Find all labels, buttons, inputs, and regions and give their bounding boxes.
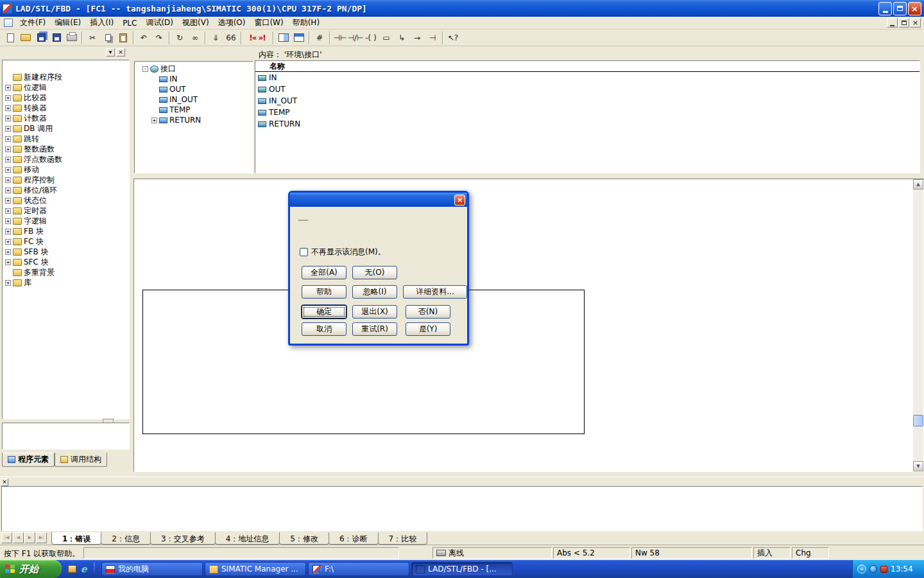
content-row[interactable]: TEMP bbox=[255, 107, 920, 118]
cut-icon[interactable]: ✂ bbox=[85, 31, 100, 45]
tab-scroll-right-button[interactable]: ▶ bbox=[24, 532, 35, 543]
interface-root[interactable]: - 接口 bbox=[135, 64, 253, 74]
sidebar-item[interactable]: 新建程序段 bbox=[3, 72, 129, 82]
new-icon[interactable] bbox=[3, 31, 18, 45]
expand-icon[interactable]: + bbox=[5, 198, 11, 204]
sidebar-item[interactable]: + 计数器 bbox=[3, 113, 129, 123]
taskbar-task[interactable]: SIMATIC Manager ... bbox=[205, 562, 306, 576]
expand-icon[interactable]: + bbox=[5, 167, 11, 173]
output-tab[interactable]: 3：交叉参考 bbox=[150, 532, 216, 545]
minimize-button[interactable] bbox=[878, 2, 892, 15]
sidebar-item[interactable]: + DB 调用 bbox=[3, 123, 129, 134]
menu-item[interactable]: 编辑(E) bbox=[50, 16, 85, 30]
none-button[interactable]: 无(O) bbox=[352, 266, 397, 279]
output-content[interactable] bbox=[1, 486, 923, 531]
expand-icon[interactable]: + bbox=[151, 118, 157, 123]
expand-icon[interactable]: + bbox=[5, 157, 11, 162]
vertical-scrollbar[interactable]: ▲ ▼ bbox=[913, 179, 923, 471]
interface-item[interactable]: IN_OUT bbox=[135, 94, 253, 105]
all-button[interactable]: 全部(A) bbox=[302, 266, 346, 279]
sidebar-item[interactable]: + FC 块 bbox=[3, 236, 129, 247]
paste-icon[interactable] bbox=[116, 31, 131, 45]
monitor-icon[interactable]: 66 bbox=[223, 31, 239, 45]
expand-icon[interactable]: + bbox=[5, 239, 11, 245]
tray-network-icon[interactable] bbox=[869, 565, 877, 573]
tab-scroll-last-button[interactable]: ▶| bbox=[36, 532, 47, 543]
print-icon[interactable] bbox=[64, 31, 80, 45]
expand-icon[interactable]: + bbox=[5, 229, 11, 234]
tray-collapse-icon[interactable]: « bbox=[857, 565, 866, 574]
scroll-down-button[interactable]: ▼ bbox=[913, 461, 923, 471]
tab-program-elements[interactable]: 程序元素 bbox=[2, 453, 55, 467]
start-button[interactable]: 开始 bbox=[0, 560, 62, 578]
close-button[interactable]: × bbox=[908, 2, 921, 15]
ignore-button[interactable]: 忽略(I) bbox=[352, 285, 397, 299]
output-close-button[interactable]: × bbox=[1, 478, 8, 486]
menu-item[interactable]: PLC bbox=[118, 17, 141, 29]
output-tab[interactable]: 4：地址信息 bbox=[215, 532, 280, 545]
expand-icon[interactable]: + bbox=[5, 136, 11, 142]
interface-item[interactable]: OUT bbox=[135, 84, 253, 94]
expand-icon[interactable]: + bbox=[5, 188, 11, 193]
yes-button[interactable]: 是(Y) bbox=[406, 322, 450, 336]
empty-box-icon[interactable]: ▭ bbox=[379, 31, 394, 45]
output-tab[interactable]: 5：修改 bbox=[279, 532, 329, 545]
menu-item[interactable]: 视图(V) bbox=[178, 16, 214, 30]
open-branch-icon[interactable]: ↳ bbox=[394, 31, 409, 45]
close-branch-icon[interactable]: ⊣ bbox=[425, 31, 440, 45]
help-select-icon[interactable]: ↖? bbox=[445, 31, 461, 45]
help-button[interactable]: 帮助 bbox=[302, 285, 346, 299]
menu-item[interactable]: 插入(I) bbox=[85, 16, 118, 30]
download-icon[interactable]: ⇓ bbox=[208, 31, 223, 45]
expand-icon[interactable]: + bbox=[5, 208, 11, 214]
expand-icon[interactable]: + bbox=[5, 177, 11, 183]
sidebar-item[interactable]: + SFB 块 bbox=[3, 247, 129, 257]
tab-call-structure[interactable]: 调用结构 bbox=[55, 453, 107, 467]
expand-icon[interactable]: + bbox=[5, 280, 11, 286]
sidebar-item[interactable]: + 位逻辑 bbox=[3, 82, 129, 92]
sidebar-item[interactable]: + 比较器 bbox=[3, 92, 129, 103]
sidebar-item[interactable]: + 移动 bbox=[3, 164, 129, 175]
sidebar-item[interactable]: + SFC 块 bbox=[3, 257, 129, 267]
contact-nc-icon[interactable]: ⊣/⊢ bbox=[348, 31, 363, 45]
output-tab[interactable]: 1：错误 bbox=[51, 532, 101, 545]
output-tab[interactable]: 7：比较 bbox=[378, 532, 428, 545]
contact-no-icon[interactable]: ⊣⊢ bbox=[332, 31, 348, 45]
name-column-header[interactable]: 名称 bbox=[270, 61, 285, 72]
update-call-icon[interactable]: ↻ bbox=[172, 31, 187, 45]
tray-alert-icon[interactable] bbox=[880, 566, 887, 573]
coil-icon[interactable]: -( ) bbox=[363, 31, 379, 45]
content-row[interactable]: OUT bbox=[255, 83, 920, 95]
open-icon[interactable] bbox=[18, 31, 33, 45]
save-all-icon[interactable] bbox=[33, 31, 49, 45]
taskbar-task[interactable]: 我的电脑 bbox=[101, 562, 203, 576]
interface-item[interactable]: TEMP bbox=[135, 105, 253, 115]
program-elements-icon[interactable]: !« »! bbox=[244, 31, 271, 45]
expand-icon[interactable]: + bbox=[5, 95, 11, 101]
panel-close-button[interactable]: × bbox=[116, 48, 125, 57]
cancel-button[interactable]: 取消 bbox=[302, 322, 346, 336]
expand-icon[interactable]: + bbox=[5, 85, 11, 91]
interface-item[interactable]: + RETURN bbox=[135, 115, 253, 125]
split-view-icon[interactable] bbox=[276, 31, 291, 45]
jump-icon[interactable]: → bbox=[409, 31, 425, 45]
menu-item[interactable]: 调试(D) bbox=[141, 16, 178, 30]
taskbar-task[interactable]: LAD/STL/FBD - [... bbox=[411, 562, 513, 576]
taskbar-task[interactable]: F:\ bbox=[308, 562, 409, 576]
sidebar-item[interactable]: + 跳转 bbox=[3, 134, 129, 144]
sidebar-item[interactable]: + 整数函数 bbox=[3, 144, 129, 154]
expand-icon[interactable]: + bbox=[5, 259, 11, 265]
menu-item[interactable]: 选项(O) bbox=[214, 16, 250, 30]
exit-button[interactable]: 退出(X) bbox=[352, 305, 397, 319]
copy-icon[interactable] bbox=[100, 31, 116, 45]
content-row[interactable]: IN bbox=[255, 72, 920, 83]
expand-icon[interactable]: + bbox=[5, 105, 11, 111]
sidebar-item[interactable]: + FB 块 bbox=[3, 226, 129, 236]
scroll-thumb[interactable] bbox=[913, 415, 923, 426]
sidebar-item[interactable]: + 程序控制 bbox=[3, 175, 129, 185]
expand-icon[interactable]: + bbox=[5, 218, 11, 224]
restore-button[interactable] bbox=[893, 2, 907, 15]
sidebar-item[interactable]: + 移位/循环 bbox=[3, 185, 129, 195]
scroll-up-button[interactable]: ▲ bbox=[913, 179, 923, 189]
clock[interactable]: 13:54 bbox=[891, 565, 913, 574]
